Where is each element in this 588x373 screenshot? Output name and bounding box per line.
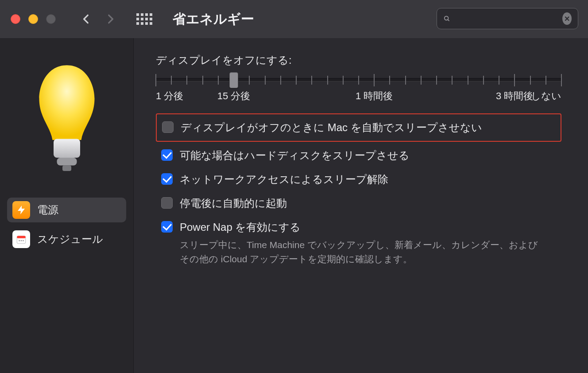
body: 電源 スケジュール ディスプレイをオフにする: 1 分後15 分後1 時間後3 … xyxy=(0,38,588,373)
option-description: スリープ中に、Time Machine でバックアップし、新着メール、カレンダー… xyxy=(180,238,543,266)
sidebar-list: 電源 スケジュール xyxy=(0,198,133,252)
svg-point-0 xyxy=(445,16,449,20)
maximize-button[interactable] xyxy=(46,14,56,24)
slider-tick-label: 1 時間後 xyxy=(356,89,393,103)
forward-button[interactable] xyxy=(104,13,116,25)
bolt-icon xyxy=(12,201,30,219)
checkbox[interactable] xyxy=(161,197,173,209)
display-off-slider[interactable]: 1 分後15 分後1 時間後3 時間後しない xyxy=(156,78,561,101)
sidebar-item-power[interactable]: 電源 xyxy=(7,198,126,222)
main-panel: ディスプレイをオフにする: 1 分後15 分後1 時間後3 時間後しない ディス… xyxy=(134,38,588,373)
checkbox[interactable] xyxy=(161,149,173,161)
option-label: ディスプレイがオフのときに Mac を自動でスリープさせない xyxy=(181,120,482,135)
search-input[interactable] xyxy=(450,14,562,24)
sidebar-item-schedule[interactable]: スケジュール xyxy=(7,227,126,252)
energy-saver-icon xyxy=(27,56,107,180)
sidebar-item-label: スケジュール xyxy=(37,232,103,246)
svg-point-7 xyxy=(19,240,20,241)
svg-rect-2 xyxy=(54,139,80,158)
slider-tick-label: 15 分後 xyxy=(217,89,251,103)
minimize-button[interactable] xyxy=(28,14,38,24)
option-hd-sleep[interactable]: 可能な場合はハードディスクをスリープさせる xyxy=(156,144,561,167)
clear-search-button[interactable] xyxy=(562,12,572,25)
svg-rect-6 xyxy=(17,236,26,238)
checkbox[interactable] xyxy=(161,173,173,185)
svg-point-8 xyxy=(21,240,22,241)
search-field[interactable] xyxy=(437,8,578,29)
svg-rect-3 xyxy=(57,158,77,166)
svg-rect-4 xyxy=(62,166,71,171)
search-icon xyxy=(443,14,450,23)
option-wake-network[interactable]: ネットワークアクセスによるスリープ解除 xyxy=(156,167,561,191)
options-list: ディスプレイがオフのときに Mac を自動でスリープさせない可能な場合はハードデ… xyxy=(156,113,561,271)
slider-tick-label: 1 分後 xyxy=(156,89,183,103)
option-label: 可能な場合はハードディスクをスリープさせる xyxy=(180,148,410,163)
chevron-left-icon xyxy=(81,13,92,25)
svg-point-9 xyxy=(23,240,24,241)
window-controls xyxy=(11,14,56,24)
slider-tick-label: 3 時間後 xyxy=(496,89,533,103)
option-label: ネットワークアクセスによるスリープ解除 xyxy=(180,172,388,186)
slider-tick-label: しない xyxy=(531,89,561,103)
svg-line-1 xyxy=(448,19,449,21)
slider-thumb[interactable] xyxy=(229,72,238,88)
checkbox[interactable] xyxy=(162,121,174,133)
slider-labels: 1 分後15 分後1 時間後3 時間後しない xyxy=(156,89,561,101)
back-button[interactable] xyxy=(81,13,92,25)
slider-title: ディスプレイをオフにする: xyxy=(156,53,561,67)
toolbar: 省エネルギー xyxy=(0,0,588,38)
calendar-icon xyxy=(12,230,30,248)
option-prevent-sleep[interactable]: ディスプレイがオフのときに Mac を自動でスリープさせない xyxy=(156,113,561,142)
slider-track[interactable] xyxy=(156,78,561,82)
lightbulb-icon xyxy=(34,62,100,173)
option-label: Power Nap を有効にする xyxy=(180,220,543,234)
option-label: 停電後に自動的に起動 xyxy=(180,196,287,210)
checkbox[interactable] xyxy=(161,221,173,233)
sidebar: 電源 スケジュール xyxy=(0,38,134,373)
option-power-nap[interactable]: Power Nap を有効にするスリープ中に、Time Machine でバック… xyxy=(156,215,561,271)
prefs-window: 省エネルギー xyxy=(0,0,588,373)
chevron-right-icon xyxy=(104,13,116,25)
option-restart-power[interactable]: 停電後に自動的に起動 xyxy=(156,191,561,215)
close-button[interactable] xyxy=(11,14,20,24)
page-title: 省エネルギー xyxy=(173,10,254,28)
show-all-button[interactable] xyxy=(136,13,152,25)
nav-buttons xyxy=(81,13,116,25)
sidebar-item-label: 電源 xyxy=(37,203,58,217)
